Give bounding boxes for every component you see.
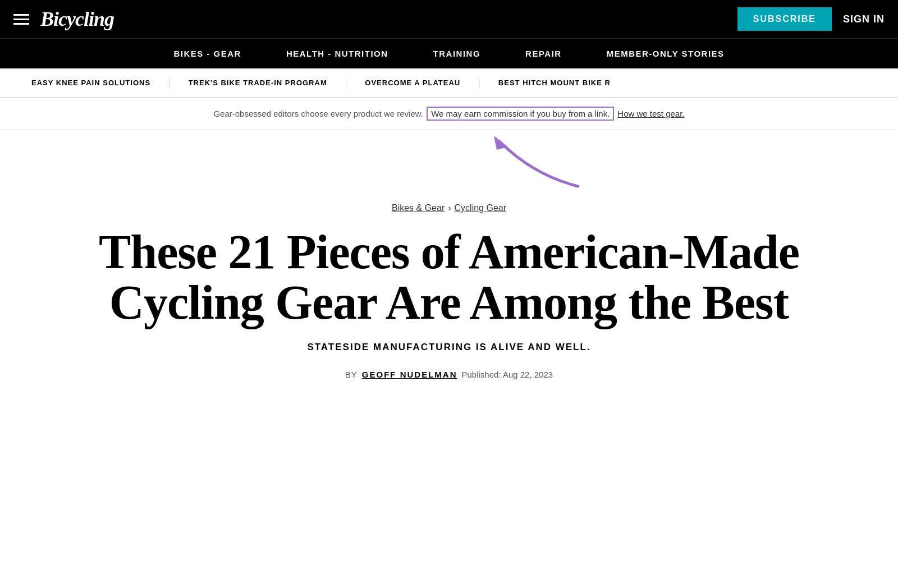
breadcrumb: Bikes & Gear › Cycling Gear	[0, 197, 898, 218]
nav-item-member-stories[interactable]: MEMBER-ONLY STORIES	[584, 49, 747, 58]
arrow-annotation	[0, 130, 898, 197]
ticker-bar: EASY KNEE PAIN SOLUTIONS | TREK'S BIKE T…	[0, 68, 898, 98]
breadcrumb-child[interactable]: Cycling Gear	[455, 203, 506, 213]
how-we-test-link[interactable]: How we test gear.	[617, 109, 684, 118]
byline-by-label: BY	[345, 370, 358, 379]
site-logo[interactable]: Bicycling	[40, 7, 114, 31]
disclosure-bar: Gear-obsessed editors choose every produ…	[0, 98, 898, 130]
article-title-area: These 21 Pieces of American-Made Cycling…	[0, 218, 898, 335]
subscribe-button[interactable]: SUBSCRIBE	[737, 7, 832, 31]
disclosure-commission-link[interactable]: We may earn commission if you buy from a…	[427, 107, 614, 121]
nav-item-bikes-gear[interactable]: BIKES - GEAR	[151, 49, 264, 58]
sign-in-link[interactable]: SIGN IN	[843, 13, 885, 25]
hamburger-menu-icon[interactable]	[13, 14, 29, 25]
breadcrumb-parent[interactable]: Bikes & Gear	[392, 203, 445, 213]
top-nav: Bicycling SUBSCRIBE SIGN IN	[0, 0, 898, 38]
article-subtitle-area: STATESIDE MANUFACTURING IS ALIVE AND WEL…	[0, 335, 898, 363]
ticker-item-1[interactable]: TREK'S BIKE TRADE-IN PROGRAM	[171, 79, 345, 87]
article-title: These 21 Pieces of American-Made Cycling…	[56, 227, 842, 328]
nav-item-training[interactable]: TRAINING	[411, 49, 503, 58]
nav-item-repair[interactable]: REPAIR	[503, 49, 584, 58]
ticker-item-3[interactable]: BEST HITCH MOUNT BIKE R	[480, 79, 629, 87]
byline-author[interactable]: GEOFF NUDELMAN	[362, 370, 457, 379]
disclosure-prefix: Gear-obsessed editors choose every produ…	[213, 109, 423, 118]
nav-item-health-nutrition[interactable]: HEALTH - NUTRITION	[264, 49, 411, 58]
ticker-item-2[interactable]: OVERCOME A PLATEAU	[347, 79, 478, 87]
secondary-nav: BIKES - GEAR HEALTH - NUTRITION TRAINING…	[0, 38, 898, 68]
byline-area: BY GEOFF NUDELMAN Published: Aug 22, 202…	[0, 363, 898, 391]
byline-published-date: Published: Aug 22, 2023	[462, 370, 553, 379]
ticker-item-0[interactable]: EASY KNEE PAIN SOLUTIONS	[13, 79, 168, 87]
annotation-arrow-icon	[466, 130, 634, 197]
breadcrumb-separator: ›	[448, 203, 451, 213]
commission-link-text[interactable]: We may earn commission if you buy from a…	[431, 109, 610, 118]
article-subtitle: STATESIDE MANUFACTURING IS ALIVE AND WEL…	[307, 342, 590, 352]
